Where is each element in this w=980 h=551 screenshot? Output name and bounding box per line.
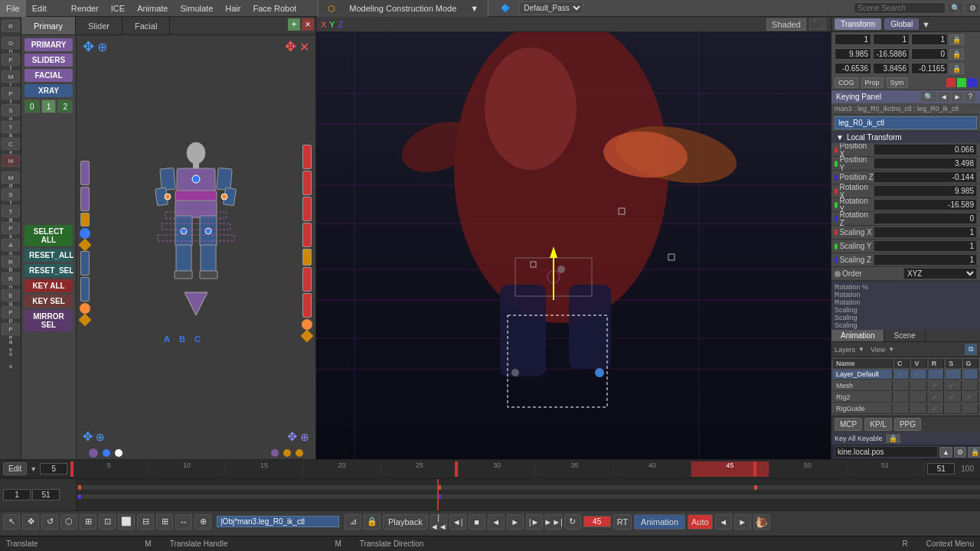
num-0[interactable]: 0 bbox=[24, 99, 40, 113]
sha-btn[interactable]: Sha bbox=[2, 104, 20, 116]
rend-btn[interactable]: Rend bbox=[2, 256, 20, 268]
menu-edit[interactable]: Edit bbox=[26, 0, 53, 17]
toolbar-hair[interactable]: Hair bbox=[219, 0, 247, 17]
lock-btn[interactable]: 🔒 bbox=[949, 34, 964, 45]
scaling-x-value[interactable] bbox=[874, 227, 977, 238]
go-start[interactable]: |◄◄ bbox=[430, 514, 447, 530]
keying-help[interactable]: ? bbox=[965, 92, 975, 102]
current-frame-input[interactable] bbox=[927, 463, 955, 474]
layers-copy-btn[interactable]: ⧉ bbox=[965, 344, 977, 355]
tool11[interactable]: ⊕ bbox=[194, 514, 211, 530]
val-3-1[interactable] bbox=[835, 63, 871, 74]
slider-orange-right[interactable] bbox=[302, 249, 312, 266]
primary-button[interactable]: PRIMARY bbox=[24, 38, 73, 51]
tab-slider[interactable]: Slider bbox=[76, 17, 122, 34]
slider-red-4[interactable] bbox=[302, 223, 312, 247]
object-field[interactable] bbox=[217, 516, 339, 527]
rotate-tool[interactable]: ↺ bbox=[41, 514, 58, 530]
prop-button[interactable]: Prop bbox=[861, 77, 884, 88]
val-2-1[interactable] bbox=[835, 48, 871, 60]
go-end[interactable]: ►►| bbox=[545, 514, 562, 530]
mate-btn[interactable]: Mate bbox=[2, 70, 20, 83]
select-all-button[interactable]: SELECT ALL bbox=[24, 225, 73, 246]
tool5[interactable]: ⊞ bbox=[80, 514, 96, 530]
timeline-frame-1[interactable] bbox=[3, 489, 31, 500]
ppg-button[interactable]: PPG bbox=[894, 418, 921, 431]
axis-x[interactable]: X bbox=[321, 20, 326, 29]
toolbar-facerobot[interactable]: Face Robot bbox=[247, 0, 302, 17]
mcp-button[interactable]: MCP bbox=[835, 418, 862, 431]
slider-red-1[interactable] bbox=[302, 145, 312, 169]
play-back[interactable]: ◄ bbox=[488, 514, 505, 530]
edit-button[interactable]: Edit bbox=[3, 462, 27, 475]
rotation-x-value[interactable] bbox=[874, 185, 977, 197]
cl-btn[interactable]: Cl bbox=[2, 138, 20, 150]
dot-purple-bot-r[interactable] bbox=[271, 449, 279, 457]
transport-frame[interactable] bbox=[583, 516, 611, 527]
facial-button[interactable]: FACIAL bbox=[24, 69, 73, 82]
object-name-field[interactable] bbox=[835, 116, 977, 129]
position-z-value[interactable] bbox=[874, 171, 977, 183]
timeline-ruler[interactable]: 5 10 15 20 25 30 35 40 45 50 51 bbox=[70, 461, 924, 477]
layer-row-mesh[interactable]: Mesh ✓ ✓ bbox=[833, 381, 978, 391]
stop[interactable]: ■ bbox=[469, 514, 485, 530]
widget-bottom-right[interactable]: ✥ bbox=[287, 429, 297, 444]
dot-blue-bot[interactable] bbox=[103, 449, 110, 457]
val-1-2[interactable] bbox=[873, 34, 910, 45]
dropdown-arrow-icon[interactable]: ▼ bbox=[922, 20, 930, 29]
scene-options-button[interactable]: ⚙ bbox=[965, 2, 980, 14]
val-2-2[interactable] bbox=[873, 48, 910, 60]
prev-btn[interactable]: Prev bbox=[2, 306, 20, 318]
reset-all-button[interactable]: RESET_ALL bbox=[24, 249, 73, 262]
shading-dropdown[interactable]: Shaded bbox=[766, 18, 806, 31]
text2-btn[interactable]: Text bbox=[2, 205, 20, 217]
key-sel-button[interactable]: KEY SEL bbox=[24, 295, 73, 308]
mode-dropdown[interactable]: ⬡ Modeling Construction Mode ▼ bbox=[318, 0, 488, 18]
slider-blue-left-2[interactable] bbox=[80, 277, 90, 302]
transform-button[interactable]: Transform bbox=[835, 18, 881, 30]
auto-next[interactable]: ► bbox=[734, 514, 751, 530]
tool12[interactable]: ⊿ bbox=[345, 514, 361, 530]
prim-btn[interactable]: Prim bbox=[2, 54, 20, 66]
diamond-left-2[interactable] bbox=[79, 313, 92, 326]
tab-animation[interactable]: Animation bbox=[831, 330, 884, 341]
tool8[interactable]: ⊟ bbox=[137, 514, 154, 530]
layer-row-rigguide[interactable]: RigGuide ✓ bbox=[833, 404, 978, 414]
translate-icon[interactable]: ⊕ bbox=[97, 40, 107, 54]
layer-row-rig2[interactable]: Rig2 ✓ ✓ ✓ bbox=[833, 393, 978, 403]
snail-button[interactable]: 🐌 bbox=[753, 514, 770, 530]
start-frame-input[interactable] bbox=[40, 463, 67, 474]
pass-dropdown[interactable]: Default_Pass bbox=[519, 2, 583, 15]
animation-button[interactable]: Animation bbox=[634, 514, 685, 530]
lock2-btn[interactable]: 🔒 bbox=[949, 49, 964, 60]
dot-orange-bot-r[interactable] bbox=[283, 449, 291, 457]
axis-z[interactable]: Z bbox=[338, 20, 344, 29]
widget-plus-right[interactable]: ⊕ bbox=[300, 431, 309, 443]
diamond-left[interactable] bbox=[79, 238, 92, 251]
playback-label[interactable]: Playback bbox=[383, 514, 428, 530]
auto-button[interactable]: Auto bbox=[688, 514, 713, 530]
dot-blue-left[interactable] bbox=[80, 228, 90, 239]
keying-next[interactable]: ► bbox=[952, 92, 964, 102]
next-key[interactable]: |► bbox=[526, 514, 543, 530]
xray-button[interactable]: XRAY bbox=[24, 84, 73, 97]
global-button[interactable]: Global bbox=[884, 18, 919, 30]
mirror-sel-button[interactable]: MIRROR SEL bbox=[24, 310, 73, 331]
regi-btn[interactable]: Regi bbox=[2, 272, 20, 285]
widget-plus[interactable]: ⊕ bbox=[96, 431, 105, 443]
move-tool[interactable]: ✥ bbox=[22, 514, 39, 530]
scaling-z-value[interactable] bbox=[874, 254, 977, 266]
loop[interactable]: ↻ bbox=[564, 514, 581, 530]
tool9[interactable]: ⊞ bbox=[156, 514, 173, 530]
slider-red-2[interactable] bbox=[302, 171, 312, 195]
mate2-btn[interactable]: Mate bbox=[2, 171, 20, 184]
sym-button[interactable]: Sym bbox=[887, 77, 908, 88]
key-all-button[interactable]: KEY ALL bbox=[24, 279, 73, 292]
keying-prev[interactable]: ◄ bbox=[938, 92, 950, 102]
dot-purple-bot[interactable] bbox=[89, 448, 98, 458]
slider-red-3[interactable] bbox=[302, 197, 312, 221]
toolbar-simulate[interactable]: Simulate bbox=[174, 0, 219, 17]
tab-facial[interactable]: Facial bbox=[122, 17, 170, 34]
num-1[interactable]: 1 bbox=[41, 99, 57, 113]
dot-orange-left[interactable] bbox=[80, 303, 90, 314]
